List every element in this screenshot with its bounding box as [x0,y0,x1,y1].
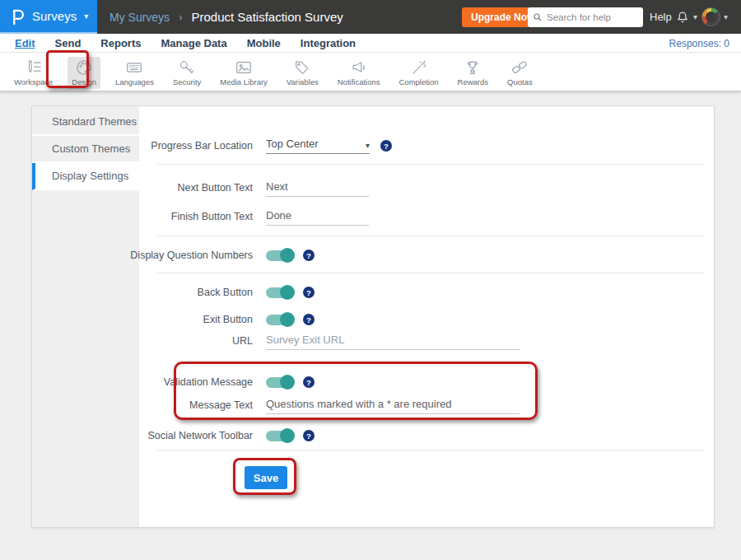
message-text-row: Message Text [123,395,701,415]
social-network-toolbar-label: Social Network Toolbar [123,430,266,441]
back-button-label: Back Button [123,287,266,298]
back-button-row: Back Button [123,282,701,302]
progress-bar-location-label: Progress Bar Location [123,140,266,152]
help-link[interactable]: Help [650,0,672,34]
search-icon [533,12,543,22]
help-question-icon[interactable] [303,250,315,261]
survey-nav: Edit Send Reports Manage Data Mobile Int… [0,34,741,53]
progress-bar-location-value: Top Center [266,138,319,150]
validation-message-toggle[interactable] [266,377,292,388]
chevron-down-icon: ▾ [366,141,370,150]
trophy-icon [464,58,482,77]
toolbar-item-security[interactable]: Security [169,57,205,89]
divider [157,164,705,165]
chevron-down-icon: ▾ [724,12,728,21]
toolbar-item-rewards[interactable]: Rewards [454,57,493,89]
responses-count[interactable]: Responses: 0 [669,34,729,53]
nav-item-integration[interactable]: Integration [301,37,356,49]
topbar: Surveys ▾ My Surveys › Product Satisfact… [0,0,741,34]
magic-wand-icon [410,58,428,77]
bell-icon [675,10,690,25]
finish-button-text-input[interactable] [266,208,369,226]
display-question-numbers-row: Display Question Numbers [123,245,701,265]
social-network-toolbar-toggle[interactable] [266,431,292,441]
chevron-down-icon: ▾ [84,12,88,21]
help-question-icon[interactable] [303,376,315,388]
tag-icon [293,58,311,77]
help-question-icon[interactable] [303,287,315,298]
questionpro-logo [11,7,25,26]
nav-item-reports[interactable]: Reports [100,37,141,49]
notifications-menu[interactable]: ▾ [675,0,697,34]
message-text-label: Message Text [123,399,266,411]
save-button[interactable]: Save [245,466,287,489]
help-question-icon[interactable] [380,140,392,152]
exit-url-label: URL [123,335,266,347]
chain-link-icon [510,58,529,77]
image-icon [235,58,253,77]
app-menu-label: Surveys [32,9,77,23]
nav-item-edit[interactable]: Edit [15,37,35,49]
key-icon [178,58,196,77]
nav-item-send[interactable]: Send [55,37,82,49]
back-button-toggle[interactable] [266,287,292,298]
progress-bar-location-select[interactable]: Top Center ▾ [266,138,370,154]
divider [157,273,705,273]
page-title: Product Satisfaction Survey [191,10,343,24]
next-button-text-row: Next Button Text [123,178,701,198]
breadcrumb: My Surveys › Product Satisfaction Survey [110,0,343,34]
social-network-toolbar-row: Social Network Toolbar [123,426,701,446]
validation-message-label: Validation Message [123,376,266,388]
nav-item-mobile[interactable]: Mobile [247,37,281,49]
nav-item-manage-data[interactable]: Manage Data [161,37,226,49]
next-button-text-label: Next Button Text [123,182,266,194]
message-text-input[interactable] [266,396,520,414]
divider [157,236,705,236]
display-question-numbers-label: Display Question Numbers [123,250,266,261]
chevron-down-icon: ▾ [693,12,697,21]
avatar [701,7,720,26]
finish-button-text-label: Finish Button Text [123,211,266,222]
progress-bar-location-row: Progress Bar Location Top Center ▾ [123,136,701,156]
search-input[interactable] [547,12,638,22]
toolbar-item-design[interactable]: Design [68,57,100,89]
finish-button-text-row: Finish Button Text [123,207,701,226]
help-search [528,7,643,27]
breadcrumb-separator: › [179,11,182,23]
toolbar-item-workspace[interactable]: Workspace [10,57,57,89]
edit-toolbar: Workspace Design Languages Security Medi… [0,53,741,91]
megaphone-icon [350,58,368,77]
sidebar-item-standard-themes[interactable]: Standard Themes [32,109,139,136]
exit-button-row: Exit Button [123,310,701,329]
toolbar-item-variables[interactable]: Variables [282,57,323,89]
toolbar-item-quotas[interactable]: Quotas [503,57,537,89]
design-settings-panel: Standard Themes Custom Themes Display Se… [31,105,715,528]
app-menu[interactable]: Surveys ▾ [0,0,97,34]
palette-icon [75,58,93,77]
exit-url-input[interactable] [266,332,520,350]
validation-message-row: Validation Message [123,372,701,392]
next-button-text-input[interactable] [266,179,369,197]
keyboard-icon [125,58,143,77]
exit-url-row: URL [123,331,701,351]
toolbar-item-media-library[interactable]: Media Library [216,57,272,89]
exit-button-toggle[interactable] [266,315,292,325]
help-question-icon[interactable] [303,430,315,441]
divider [157,450,705,450]
account-menu[interactable]: ▾ [701,0,728,34]
toolbar-item-languages[interactable]: Languages [111,57,158,89]
exit-button-label: Exit Button [123,314,266,325]
toolbar-item-notifications[interactable]: Notifications [333,57,384,89]
toolbar-item-completion[interactable]: Completion [395,57,443,89]
display-question-numbers-toggle[interactable] [266,250,292,261]
workspace-icon [25,58,43,77]
help-question-icon[interactable] [303,314,315,325]
breadcrumb-parent[interactable]: My Surveys [110,11,170,24]
